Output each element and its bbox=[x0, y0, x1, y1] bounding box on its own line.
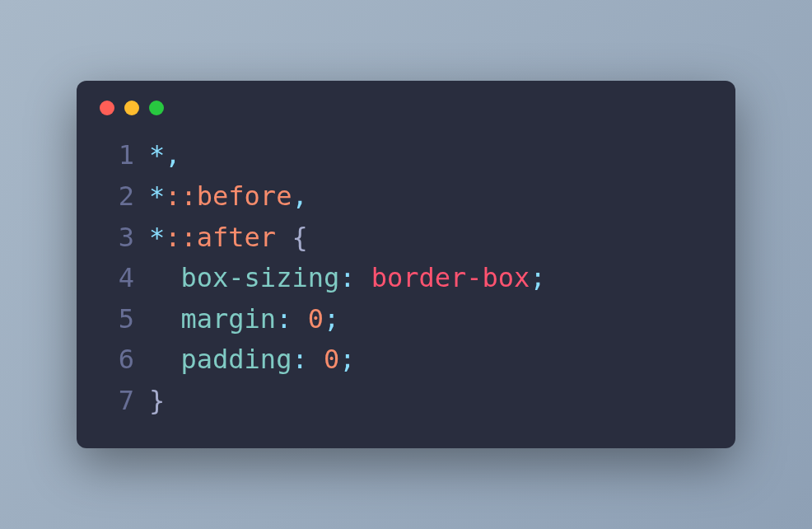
line-number: 5 bbox=[100, 299, 134, 340]
code-line-content: *::before, bbox=[149, 176, 308, 218]
code-token: * bbox=[149, 180, 165, 212]
code-line: 2*::before, bbox=[100, 176, 712, 218]
maximize-button[interactable] bbox=[149, 101, 164, 115]
code-token: } bbox=[149, 385, 165, 416]
code-token: margin bbox=[181, 303, 277, 335]
code-token: padding bbox=[181, 344, 292, 375]
code-line-content: *, bbox=[149, 135, 181, 176]
code-line: 4 box-sizing: border-box; bbox=[100, 258, 712, 299]
code-token bbox=[276, 222, 292, 253]
code-token: box-sizing bbox=[181, 262, 340, 293]
code-token: * bbox=[149, 222, 165, 253]
code-token: border-box bbox=[371, 262, 530, 293]
code-token: : bbox=[339, 262, 355, 293]
code-token: { bbox=[292, 222, 307, 253]
code-token bbox=[149, 262, 181, 293]
code-token: , bbox=[292, 180, 307, 212]
code-line: 7} bbox=[100, 381, 712, 422]
code-token: : bbox=[292, 344, 307, 375]
titlebar bbox=[77, 101, 735, 135]
code-line: 3*::after { bbox=[100, 218, 712, 259]
code-line-content: } bbox=[149, 381, 165, 422]
code-line-content: margin: 0; bbox=[149, 299, 339, 340]
close-button[interactable] bbox=[100, 101, 114, 115]
code-line-content: box-sizing: border-box; bbox=[149, 258, 546, 299]
code-token: ; bbox=[324, 303, 339, 335]
code-line-content: padding: 0; bbox=[149, 339, 355, 381]
line-number: 7 bbox=[100, 381, 134, 422]
line-number: 4 bbox=[100, 258, 134, 299]
line-number: 3 bbox=[100, 218, 134, 259]
minimize-button[interactable] bbox=[124, 101, 139, 115]
editor-window: 1*,2*::before,3*::after {4 box-sizing: b… bbox=[77, 81, 735, 447]
code-line: 5 margin: 0; bbox=[100, 299, 712, 340]
code-token bbox=[308, 344, 324, 375]
code-line: 1*, bbox=[100, 135, 712, 176]
code-token: 0 bbox=[308, 303, 324, 335]
code-token: 0 bbox=[324, 344, 339, 375]
code-area[interactable]: 1*,2*::before,3*::after {4 box-sizing: b… bbox=[77, 135, 735, 421]
line-number: 6 bbox=[100, 339, 134, 381]
code-token bbox=[149, 303, 181, 335]
code-token bbox=[149, 344, 181, 375]
code-line-content: *::after { bbox=[149, 218, 308, 259]
line-number: 1 bbox=[100, 135, 134, 176]
code-token: ::after bbox=[165, 222, 276, 253]
code-line: 6 padding: 0; bbox=[100, 339, 712, 381]
code-token: ; bbox=[339, 344, 355, 375]
code-token: ::before bbox=[165, 180, 292, 212]
code-token: ; bbox=[530, 262, 545, 293]
line-number: 2 bbox=[100, 176, 134, 218]
code-token bbox=[355, 262, 371, 293]
code-token: * bbox=[149, 139, 165, 171]
code-token bbox=[292, 303, 307, 335]
code-token: , bbox=[165, 139, 180, 171]
code-token: : bbox=[276, 303, 292, 335]
